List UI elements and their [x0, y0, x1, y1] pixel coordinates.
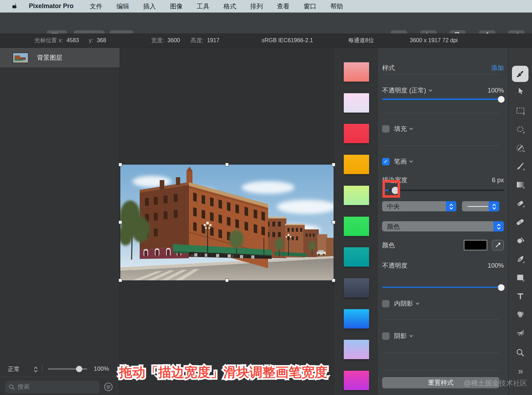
title-bar: 21% + 159_4316101.jpg [0, 13, 532, 33]
layer-row-background[interactable]: 背景图层 [0, 48, 120, 68]
shadow-checkbox[interactable] [382, 332, 390, 340]
filter-icon[interactable] [104, 382, 113, 391]
blend-mode-stepper[interactable] [34, 367, 37, 372]
height-label: 高度: [191, 37, 203, 44]
pen-tool[interactable] [512, 251, 528, 267]
color-select-tool[interactable] [512, 140, 528, 156]
rotate-icon [516, 236, 525, 245]
shadow-label: 阴影 [394, 332, 407, 340]
menu-item[interactable]: 编辑 [116, 2, 129, 11]
search-row [0, 381, 120, 393]
arrange-arrow-tool[interactable] [512, 83, 528, 99]
menu-item[interactable]: 排列 [250, 2, 263, 11]
menu-items: 文件编辑插入图像工具格式排列查看窗口帮助 [90, 2, 343, 11]
swatch-amber[interactable] [344, 155, 369, 174]
menu-item[interactable]: 窗口 [304, 2, 316, 11]
stroke-color-well[interactable] [464, 240, 487, 250]
solid-line-icon [468, 206, 488, 207]
stroke-fill-type-dropdown[interactable]: 颜色 [382, 221, 504, 231]
fill-checkbox[interactable] [382, 125, 390, 133]
swatch-sky-violet-gradient[interactable] [344, 340, 369, 359]
canvas-area[interactable] [120, 48, 335, 395]
selection-handle-top-right[interactable] [332, 163, 335, 166]
blend-mode-select[interactable]: 正常 [8, 365, 20, 373]
search-input[interactable] [18, 383, 88, 390]
menu-item[interactable]: 工具 [197, 2, 209, 11]
eyedropper-button[interactable] [492, 240, 504, 250]
width-value: 3600 [167, 37, 180, 44]
erase-tool[interactable] [512, 195, 528, 211]
selection-handle-bottom-mid[interactable] [225, 279, 229, 282]
selection-handle-bottom-right[interactable] [332, 279, 335, 282]
search-field[interactable] [5, 381, 100, 393]
selection-handle-right-mid[interactable] [332, 221, 335, 224]
menu-item[interactable]: 格式 [223, 2, 236, 11]
shape-square-icon [516, 274, 525, 282]
selection-handle-top-left[interactable] [119, 163, 122, 166]
arrange-transform-tool[interactable] [512, 232, 528, 248]
menu-item[interactable]: 文件 [90, 2, 102, 11]
swatch-pink-gradient[interactable] [344, 62, 369, 82]
menu-item[interactable]: 图像 [170, 2, 183, 11]
gradient-tool[interactable] [512, 177, 528, 193]
inner-shadow-checkbox[interactable] [382, 300, 390, 307]
apple-menu-icon[interactable] [12, 3, 18, 10]
swatches-list [335, 48, 378, 395]
opacity-blend-label[interactable]: 不透明度 (正常) [382, 86, 426, 95]
search-icon [9, 384, 15, 390]
double-chevron-icon: » [518, 366, 522, 377]
selection-handle-left-mid[interactable] [119, 221, 122, 224]
chevron-down-icon [410, 126, 413, 130]
selection-handle-bottom-left[interactable] [119, 279, 122, 282]
layer-opacity-value: 100% [94, 365, 109, 372]
divider [382, 74, 499, 75]
slider-handle[interactable] [498, 96, 505, 103]
style-tool[interactable] [512, 66, 528, 82]
more-tools-button[interactable]: » [512, 363, 528, 379]
swatch-slate-gradient[interactable] [344, 278, 369, 298]
stroke-opacity-label: 不透明度 [382, 261, 407, 270]
selection-handle-top-mid[interactable] [225, 163, 229, 166]
effects-tool[interactable] [512, 325, 528, 341]
fill-label: 填充 [394, 125, 407, 133]
shape-tool[interactable] [512, 269, 528, 286]
paint-tool[interactable] [512, 158, 528, 174]
app-name[interactable]: Pixelmator Pro [29, 2, 74, 10]
stroke-line-style-dropdown[interactable] [462, 201, 499, 211]
retouch-tool[interactable] [512, 214, 528, 230]
stroke-checkbox[interactable]: ✓ [382, 158, 390, 165]
stroke-width-slider[interactable] [382, 190, 504, 191]
type-tool[interactable] [512, 288, 528, 304]
chevron-down-icon [416, 301, 419, 305]
menu-item[interactable]: 帮助 [330, 2, 343, 11]
swatch-green[interactable] [344, 217, 369, 236]
add-style-link[interactable]: 添加 [491, 64, 504, 72]
swatch-red[interactable] [344, 124, 369, 143]
canvas-image[interactable] [120, 165, 334, 280]
slider-handle[interactable] [76, 366, 82, 372]
stroke-opacity-value: 100% [488, 262, 504, 269]
magnifier-icon [516, 348, 525, 357]
slider-handle[interactable] [498, 284, 505, 291]
rect-select-tool[interactable] [512, 103, 528, 119]
styles-title: 样式 [382, 64, 395, 72]
inner-shadow-row: 内阴影 [382, 299, 504, 308]
pen-nib-icon [516, 255, 525, 263]
swatch-lavender-gradient[interactable] [344, 93, 369, 113]
layer-opacity-slider[interactable] [48, 368, 87, 370]
menu-item[interactable]: 插入 [143, 2, 156, 11]
color-select-icon [516, 144, 525, 152]
zoom-tool[interactable] [512, 344, 528, 361]
stroke-position-dropdown[interactable]: 中央 [382, 201, 456, 211]
color-adjust-tool[interactable] [512, 306, 528, 323]
layer-name: 背景图层 [37, 53, 62, 62]
opacity-slider[interactable] [382, 98, 504, 100]
swatch-lime-gradient[interactable] [344, 186, 369, 205]
divider [382, 145, 499, 146]
swatch-blue-gradient[interactable] [344, 309, 369, 329]
swatch-teal[interactable] [344, 247, 369, 267]
menu-item[interactable]: 查看 [277, 2, 290, 11]
watermark: @稀土掘金技术社区 [464, 378, 527, 388]
free-select-tool[interactable] [512, 121, 528, 138]
swatch-magenta-gradient[interactable] [344, 371, 369, 390]
